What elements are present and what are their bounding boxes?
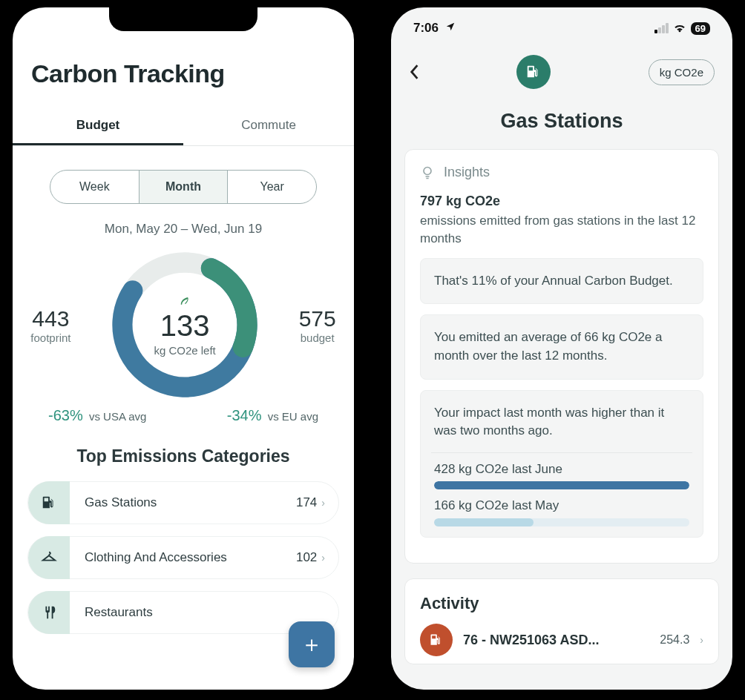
hanger-icon — [28, 536, 70, 579]
insights-header: Insights — [420, 165, 703, 180]
comparison-row: -63% vs USA avg -34% vs EU avg — [13, 403, 354, 424]
segment-month[interactable]: Month — [140, 171, 229, 203]
insight-tile-comparison: Your impact last month was higher than i… — [420, 390, 703, 538]
category-gas-stations[interactable]: Gas Stations 174 › — [27, 481, 339, 524]
compare-eu: -34% vs EU avg — [227, 407, 318, 424]
tab-commute[interactable]: Commute — [183, 108, 354, 145]
category-clothing[interactable]: Clothing And Accessories 102 › — [27, 536, 339, 579]
status-bar: 7:06 69 — [391, 7, 732, 36]
tab-budget[interactable]: Budget — [13, 108, 183, 145]
compare-usa-label: vs USA avg — [89, 410, 147, 423]
chevron-right-icon: › — [321, 497, 325, 509]
segment-week[interactable]: Week — [50, 171, 140, 203]
location-arrow-icon — [445, 21, 456, 35]
footprint-label: footprint — [30, 331, 70, 344]
category-name: Clothing And Accessories — [85, 550, 296, 565]
lightbulb-icon — [420, 165, 435, 180]
add-button[interactable]: ＋ — [289, 621, 335, 667]
gauge-center: 133 kg CO2e left — [107, 247, 263, 403]
insights-headline: 797 kg CO2e — [420, 194, 703, 209]
battery-badge: 69 — [691, 22, 710, 35]
segment-year[interactable]: Year — [228, 171, 316, 203]
phone-gas-stations: 7:06 69 kg CO2e Gas Stations — [391, 7, 732, 690]
gas-pump-icon — [429, 633, 444, 647]
compare-eu-pct: -34% — [227, 407, 262, 423]
tab-bar: Budget Commute — [13, 108, 354, 146]
budget-label: budget — [299, 331, 336, 344]
unit-toggle[interactable]: kg CO2e — [649, 59, 715, 85]
chevron-right-icon: › — [321, 552, 325, 564]
period-segmented-control: Week Month Year — [50, 170, 317, 204]
budget-value: 575 — [299, 306, 336, 331]
insight-tile-budget-share: That's 11% of your Annual Carbon Budget. — [420, 258, 703, 305]
gauge-value: 133 — [160, 309, 210, 343]
compare-usa: -63% vs USA avg — [48, 407, 146, 424]
notch — [109, 7, 257, 31]
insight-tile-monthly-avg: You emitted an average of 66 kg CO2e a m… — [420, 314, 703, 379]
activity-name: 76 - NW251063 ASD... — [463, 633, 649, 648]
detail-title: Gas Stations — [391, 110, 732, 133]
bar-label-june: 428 kg CO2e last June — [434, 460, 689, 479]
phone-carbon-tracking: Carbon Tracking Budget Commute Week Mont… — [13, 7, 354, 690]
insights-subline: emissions emitted from gas stations in t… — [420, 212, 703, 248]
footprint-value: 443 — [30, 306, 70, 331]
chevron-right-icon: › — [700, 634, 703, 646]
status-right: 69 — [654, 22, 710, 35]
cell-signal-icon — [654, 23, 669, 33]
bar-may — [434, 518, 689, 526]
category-name: Restaurants — [85, 605, 321, 620]
detail-header: kg CO2e — [391, 36, 732, 89]
insights-card: Insights 797 kg CO2e emissions emitted f… — [404, 149, 719, 564]
back-button[interactable] — [409, 64, 419, 80]
svg-point-3 — [424, 167, 431, 174]
status-time: 7:06 — [413, 21, 439, 35]
bar-label-may: 166 kg CO2e last May — [434, 497, 689, 515]
compare-usa-pct: -63% — [48, 407, 83, 423]
dashboard-row: 443 footprint 133 kg CO2e left 575 budge… — [13, 247, 354, 403]
divider — [431, 452, 692, 453]
gas-pump-icon — [525, 64, 542, 80]
leaf-icon — [178, 293, 191, 306]
budget-stat: 575 budget — [299, 306, 336, 344]
footprint-stat: 443 footprint — [30, 306, 70, 344]
activity-row[interactable]: 76 - NW251063 ASD... 254.3 › — [420, 624, 703, 656]
plus-icon: ＋ — [301, 630, 323, 660]
date-range: Mon, May 20 – Wed, Jun 19 — [13, 222, 354, 237]
activity-card: Activity 76 - NW251063 ASD... 254.3 › — [404, 578, 719, 664]
budget-gauge: 133 kg CO2e left — [107, 247, 263, 403]
compare-eu-label: vs EU avg — [268, 410, 318, 423]
activity-value: 254.3 — [660, 633, 689, 647]
insights-label: Insights — [444, 165, 490, 180]
gas-pump-icon — [28, 481, 70, 524]
category-value: 102 — [296, 550, 317, 565]
category-list: Gas Stations 174 › Clothing And Accessor… — [13, 481, 354, 634]
chevron-left-icon — [409, 64, 419, 80]
wifi-icon — [673, 23, 686, 33]
activity-heading: Activity — [420, 594, 703, 613]
status-time-area: 7:06 — [413, 21, 456, 36]
insight-comparison-text: Your impact last month was higher than i… — [434, 404, 689, 440]
top-categories-heading: Top Emissions Categories — [13, 446, 354, 466]
utensils-icon — [28, 591, 70, 634]
gauge-sublabel: kg CO2e left — [154, 344, 215, 357]
category-name: Gas Stations — [85, 495, 296, 510]
merchant-icon — [420, 624, 453, 656]
category-icon-badge — [516, 55, 551, 89]
category-value: 174 — [296, 495, 317, 510]
bar-june — [434, 481, 689, 489]
